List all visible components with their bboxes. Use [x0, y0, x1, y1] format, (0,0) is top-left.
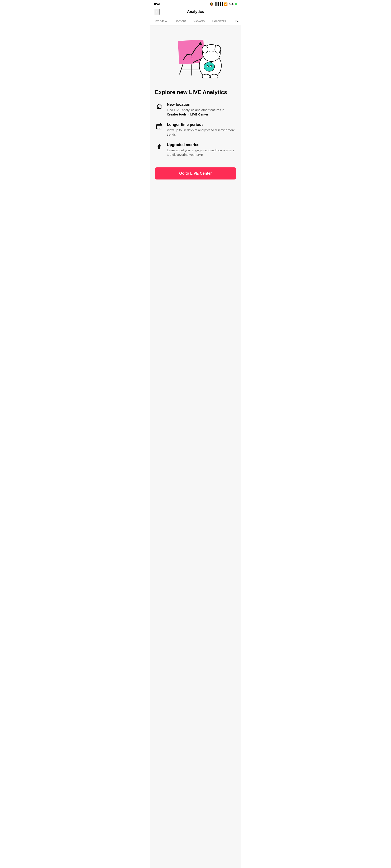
svg-point-13	[208, 66, 208, 67]
feature-location-desc: Find LIVE Analytics and other features i…	[167, 107, 236, 117]
feature-time-title: Longer time periods	[167, 123, 236, 127]
explore-title: Explore new LIVE Analytics	[155, 89, 236, 96]
battery-level: 74%	[229, 2, 234, 5]
feature-metrics-title: Upgraded metrics	[167, 143, 236, 147]
feature-time-text: Longer time periods View up to 60 days o…	[167, 123, 236, 137]
page-title: Analytics	[187, 9, 204, 14]
tab-overview[interactable]: Overview	[150, 17, 171, 25]
svg-point-15	[202, 74, 210, 79]
tab-viewers[interactable]: Viewers	[189, 17, 208, 25]
signal-icon: ▐▐▐▐	[214, 2, 223, 6]
svg-point-28	[157, 128, 158, 129]
svg-marker-30	[157, 144, 161, 149]
status-time: 8:41	[154, 2, 160, 6]
wifi-icon: 📶	[224, 2, 228, 6]
svg-point-8	[202, 45, 208, 53]
main-content: + − / Explore new LIVE Analytics New loc…	[150, 25, 241, 868]
feature-metrics-desc: Learn about your engagement and how view…	[167, 148, 236, 157]
feature-time-desc: View up to 60 days of analytics to disco…	[167, 128, 236, 137]
feature-location-title: New location	[167, 102, 236, 107]
go-to-live-center-button[interactable]: Go to LIVE Center	[155, 167, 236, 180]
svg-line-2	[180, 65, 183, 74]
battery-dot	[235, 3, 237, 5]
calendar-icon	[155, 123, 163, 131]
tab-content[interactable]: Content	[171, 17, 190, 25]
svg-point-16	[210, 74, 218, 79]
app-header: ← Analytics	[150, 7, 241, 17]
status-bar: 8:41 🔕 ▐▐▐▐ 📶 74%	[150, 0, 241, 7]
tab-followers[interactable]: Followers	[208, 17, 230, 25]
tab-live[interactable]: LIVE	[230, 17, 241, 25]
feature-location-text: New location Find LIVE Analytics and oth…	[167, 102, 236, 117]
feature-time: Longer time periods View up to 60 days o…	[155, 123, 236, 137]
svg-point-27	[160, 127, 161, 127]
feature-location: New location Find LIVE Analytics and oth…	[155, 102, 236, 117]
back-button[interactable]: ←	[154, 9, 160, 15]
feature-metrics-text: Upgraded metrics Learn about your engage…	[167, 143, 236, 157]
svg-point-10	[204, 62, 215, 71]
hero-illustration: + − /	[155, 32, 236, 83]
location-icon	[155, 102, 163, 111]
analytics-tabs: Overview Content Viewers Followers LIVE	[150, 17, 241, 25]
svg-point-25	[157, 127, 158, 127]
feature-list: New location Find LIVE Analytics and oth…	[155, 102, 236, 157]
svg-point-26	[159, 127, 160, 127]
vibrate-icon: 🔕	[210, 2, 213, 6]
upload-icon	[155, 143, 163, 151]
svg-text:−: −	[219, 49, 221, 53]
svg-point-14	[211, 66, 212, 67]
svg-text:/: /	[217, 55, 217, 58]
svg-text:+: +	[191, 56, 193, 60]
feature-metrics: Upgraded metrics Learn about your engage…	[155, 143, 236, 157]
status-icons: 🔕 ▐▐▐▐ 📶 74%	[210, 2, 237, 6]
svg-point-29	[159, 128, 160, 129]
